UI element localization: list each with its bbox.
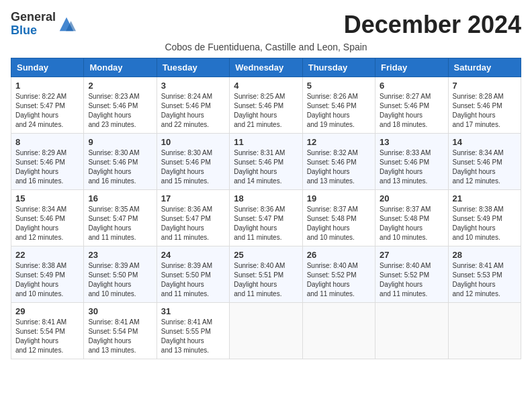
day-info: Sunrise: 8:41 AMSunset: 5:53 PMDaylight … (453, 262, 504, 298)
day-info: Sunrise: 8:40 AMSunset: 5:52 PMDaylight … (307, 262, 358, 298)
calendar-cell (448, 303, 521, 359)
day-number: 18 (234, 193, 298, 203)
subtitle: Cobos de Fuentiduena, Castille and Leon,… (11, 42, 521, 52)
day-number: 7 (453, 81, 517, 91)
day-number: 26 (307, 250, 371, 260)
calendar-cell: 15 Sunrise: 8:34 AMSunset: 5:46 PMDaylig… (11, 190, 84, 246)
day-info: Sunrise: 8:41 AMSunset: 5:55 PMDaylight … (161, 318, 212, 354)
day-info: Sunrise: 8:38 AMSunset: 5:49 PMDaylight … (15, 262, 66, 298)
day-number: 30 (88, 306, 152, 316)
calendar-cell: 18 Sunrise: 8:36 AMSunset: 5:47 PMDaylig… (230, 190, 302, 246)
calendar-week-4: 22 Sunrise: 8:38 AMSunset: 5:49 PMDaylig… (11, 246, 521, 303)
day-number: 24 (161, 250, 225, 260)
calendar-cell: 11 Sunrise: 8:31 AMSunset: 5:46 PMDaylig… (230, 134, 302, 190)
day-info: Sunrise: 8:34 AMSunset: 5:46 PMDaylight … (453, 149, 504, 185)
day-info: Sunrise: 8:30 AMSunset: 5:46 PMDaylight … (88, 149, 139, 185)
day-info: Sunrise: 8:41 AMSunset: 5:54 PMDaylight … (88, 318, 139, 354)
calendar-cell: 25 Sunrise: 8:40 AMSunset: 5:51 PMDaylig… (230, 246, 302, 303)
day-number: 11 (234, 137, 298, 147)
calendar-cell: 10 Sunrise: 8:30 AMSunset: 5:46 PMDaylig… (157, 134, 229, 190)
day-info: Sunrise: 8:37 AMSunset: 5:48 PMDaylight … (307, 205, 358, 241)
day-info: Sunrise: 8:36 AMSunset: 5:47 PMDaylight … (234, 205, 285, 241)
day-number: 15 (15, 193, 79, 203)
day-number: 3 (161, 81, 225, 91)
day-info: Sunrise: 8:39 AMSunset: 5:50 PMDaylight … (161, 262, 212, 298)
logo-blue: Blue (11, 24, 37, 37)
day-number: 25 (234, 250, 298, 260)
day-info: Sunrise: 8:31 AMSunset: 5:46 PMDaylight … (234, 149, 285, 185)
calendar-cell: 6 Sunrise: 8:27 AMSunset: 5:46 PMDayligh… (375, 77, 448, 134)
calendar-week-3: 15 Sunrise: 8:34 AMSunset: 5:46 PMDaylig… (11, 190, 521, 246)
calendar-cell: 20 Sunrise: 8:37 AMSunset: 5:48 PMDaylig… (375, 190, 448, 246)
day-info: Sunrise: 8:35 AMSunset: 5:47 PMDaylight … (88, 205, 139, 241)
day-info: Sunrise: 8:32 AMSunset: 5:46 PMDaylight … (307, 149, 358, 185)
day-number: 22 (15, 250, 79, 260)
day-info: Sunrise: 8:36 AMSunset: 5:47 PMDaylight … (161, 205, 212, 241)
day-info: Sunrise: 8:38 AMSunset: 5:49 PMDaylight … (453, 205, 504, 241)
header-tuesday: Tuesday (157, 58, 229, 77)
calendar-cell: 8 Sunrise: 8:29 AMSunset: 5:46 PMDayligh… (11, 134, 84, 190)
day-number: 23 (88, 250, 152, 260)
calendar-cell: 7 Sunrise: 8:28 AMSunset: 5:46 PMDayligh… (448, 77, 521, 134)
calendar-cell: 27 Sunrise: 8:40 AMSunset: 5:52 PMDaylig… (375, 246, 448, 303)
calendar-cell: 22 Sunrise: 8:38 AMSunset: 5:49 PMDaylig… (11, 246, 84, 303)
calendar-cell: 12 Sunrise: 8:32 AMSunset: 5:46 PMDaylig… (302, 134, 375, 190)
calendar-cell: 29 Sunrise: 8:41 AMSunset: 5:54 PMDaylig… (11, 303, 84, 359)
day-number: 31 (161, 306, 225, 316)
day-number: 9 (88, 137, 152, 147)
calendar-cell: 13 Sunrise: 8:33 AMSunset: 5:46 PMDaylig… (375, 134, 448, 190)
day-number: 6 (380, 81, 443, 91)
calendar-cell: 23 Sunrise: 8:39 AMSunset: 5:50 PMDaylig… (84, 246, 157, 303)
day-number: 13 (380, 137, 443, 147)
day-number: 29 (15, 306, 79, 316)
day-info: Sunrise: 8:23 AMSunset: 5:46 PMDaylight … (88, 93, 139, 128)
day-info: Sunrise: 8:37 AMSunset: 5:48 PMDaylight … (380, 205, 431, 241)
day-number: 10 (161, 137, 225, 147)
calendar-cell: 1 Sunrise: 8:22 AMSunset: 5:47 PMDayligh… (11, 77, 84, 134)
day-number: 12 (307, 137, 371, 147)
day-info: Sunrise: 8:30 AMSunset: 5:46 PMDaylight … (161, 149, 212, 185)
calendar-cell: 28 Sunrise: 8:41 AMSunset: 5:53 PMDaylig… (448, 246, 521, 303)
calendar-cell: 17 Sunrise: 8:36 AMSunset: 5:47 PMDaylig… (157, 190, 229, 246)
day-info: Sunrise: 8:28 AMSunset: 5:46 PMDaylight … (453, 93, 504, 128)
month-title: December 2024 (344, 11, 521, 39)
calendar-cell: 4 Sunrise: 8:25 AMSunset: 5:46 PMDayligh… (230, 77, 302, 134)
header-sunday: Sunday (11, 58, 84, 77)
day-number: 17 (161, 193, 225, 203)
day-number: 21 (453, 193, 517, 203)
day-info: Sunrise: 8:29 AMSunset: 5:46 PMDaylight … (15, 149, 66, 185)
day-info: Sunrise: 8:24 AMSunset: 5:46 PMDaylight … (161, 93, 212, 128)
day-info: Sunrise: 8:34 AMSunset: 5:46 PMDaylight … (15, 205, 66, 241)
calendar-cell (375, 303, 448, 359)
day-number: 14 (453, 137, 517, 147)
day-number: 1 (15, 81, 79, 91)
day-info: Sunrise: 8:39 AMSunset: 5:50 PMDaylight … (88, 262, 139, 298)
header-wednesday: Wednesday (230, 58, 302, 77)
day-number: 16 (88, 193, 152, 203)
calendar-cell: 14 Sunrise: 8:34 AMSunset: 5:46 PMDaylig… (448, 134, 521, 190)
day-number: 2 (88, 81, 152, 91)
day-number: 4 (234, 81, 298, 91)
calendar: SundayMondayTuesdayWednesdayThursdayFrid… (11, 58, 521, 359)
header-saturday: Saturday (448, 58, 521, 77)
day-number: 5 (307, 81, 371, 91)
day-number: 27 (380, 250, 443, 260)
calendar-cell: 2 Sunrise: 8:23 AMSunset: 5:46 PMDayligh… (84, 77, 157, 134)
day-number: 8 (15, 137, 79, 147)
logo-icon (57, 15, 76, 34)
header-thursday: Thursday (302, 58, 375, 77)
calendar-cell: 31 Sunrise: 8:41 AMSunset: 5:55 PMDaylig… (157, 303, 229, 359)
day-number: 20 (380, 193, 443, 203)
calendar-cell: 16 Sunrise: 8:35 AMSunset: 5:47 PMDaylig… (84, 190, 157, 246)
day-info: Sunrise: 8:25 AMSunset: 5:46 PMDaylight … (234, 93, 285, 128)
day-info: Sunrise: 8:41 AMSunset: 5:54 PMDaylight … (15, 318, 66, 354)
day-info: Sunrise: 8:22 AMSunset: 5:47 PMDaylight … (15, 93, 66, 128)
day-info: Sunrise: 8:27 AMSunset: 5:46 PMDaylight … (380, 93, 431, 128)
calendar-cell (302, 303, 375, 359)
header-monday: Monday (84, 58, 157, 77)
day-info: Sunrise: 8:40 AMSunset: 5:51 PMDaylight … (234, 262, 285, 298)
calendar-cell: 26 Sunrise: 8:40 AMSunset: 5:52 PMDaylig… (302, 246, 375, 303)
calendar-week-5: 29 Sunrise: 8:41 AMSunset: 5:54 PMDaylig… (11, 303, 521, 359)
calendar-cell: 9 Sunrise: 8:30 AMSunset: 5:46 PMDayligh… (84, 134, 157, 190)
calendar-header-row: SundayMondayTuesdayWednesdayThursdayFrid… (11, 58, 521, 77)
